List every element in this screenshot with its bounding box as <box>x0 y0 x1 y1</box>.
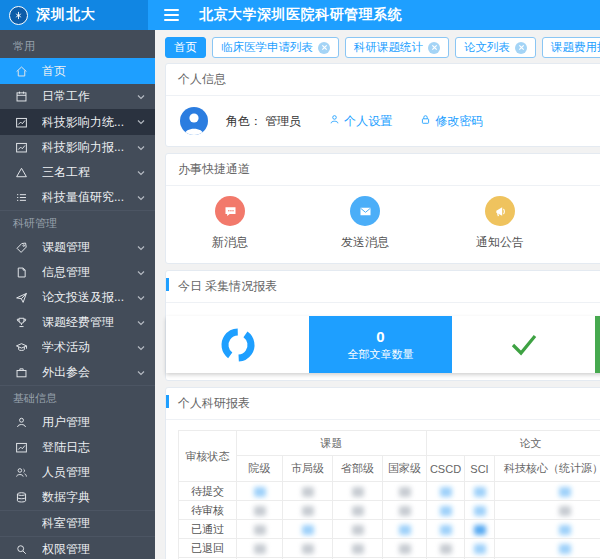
table-cell <box>495 482 600 501</box>
blurred-value[interactable] <box>399 525 411 535</box>
person-icon <box>329 114 340 128</box>
avatar <box>180 107 208 135</box>
research-report-card: 个人科研报表 审核状态 课题论文 院级市局级省部级国家级CSCDSCI科技核心（… <box>165 387 600 559</box>
triangle-icon <box>13 165 29 181</box>
sidebar-item[interactable]: 信息管理 <box>0 260 155 285</box>
sidebar-section-label: 科研管理 <box>0 211 155 235</box>
tab[interactable]: 临床医学申请列表 <box>212 37 339 58</box>
sidebar-item-label: 科技影响力报... <box>42 139 124 156</box>
page-title: 北京大学深圳医院科研管理系统 <box>199 6 402 24</box>
sidebar-item[interactable]: 外出参会 <box>0 360 155 385</box>
sidebar-item[interactable]: 登陆日志 <box>0 435 155 460</box>
sidebar-item[interactable]: 首页 <box>0 58 155 84</box>
quick-item[interactable]: 新消息 <box>170 196 290 251</box>
table-cell <box>495 520 600 539</box>
sidebar-item-label: 首页 <box>42 63 66 80</box>
close-icon[interactable] <box>318 42 330 54</box>
blurred-value[interactable] <box>474 525 486 535</box>
blurred-value[interactable] <box>440 487 452 497</box>
blurred-value[interactable] <box>559 544 571 554</box>
blurred-value[interactable] <box>474 544 486 554</box>
send-icon <box>13 290 29 306</box>
blurred-value <box>352 544 364 554</box>
today-report-body: 0 全部文章数量 <box>166 316 600 373</box>
blurred-value[interactable] <box>440 506 452 516</box>
table-group-header: 论文 <box>427 431 600 456</box>
sidebar-item-label: 日常工作 <box>42 88 90 105</box>
table-cell <box>333 482 383 501</box>
profile-card-title: 个人信息 <box>178 72 226 86</box>
profile-card-body: 角色： 管理员 个人设置 修改密码 <box>166 96 600 146</box>
chart-icon <box>13 440 29 456</box>
menu-toggle-icon[interactable] <box>164 9 179 21</box>
close-icon[interactable] <box>515 42 527 54</box>
table-column-header: 科技核心（统计源）期刊 <box>495 456 600 482</box>
top-bar: 深圳北大 北京大学深圳医院科研管理系统 <box>0 0 600 30</box>
sidebar-item[interactable]: 论文投送及报... <box>0 285 155 310</box>
quick-item[interactable]: 发送消息 <box>305 196 425 251</box>
blurred-value[interactable] <box>254 487 266 497</box>
cap-icon <box>13 340 29 356</box>
sidebar-item[interactable]: 用户管理 <box>0 410 155 435</box>
blurred-value[interactable] <box>474 487 486 497</box>
blurred-value[interactable] <box>440 525 452 535</box>
chevron-down-icon <box>137 370 145 376</box>
sidebar-section-label: 常用 <box>0 34 155 58</box>
change-password-link[interactable]: 修改密码 <box>420 113 483 130</box>
close-icon[interactable] <box>428 42 440 54</box>
sidebar-item[interactable]: 科技量值研究... <box>0 185 155 210</box>
quick-item-label: 新消息 <box>170 234 290 251</box>
blurred-value[interactable] <box>474 506 486 516</box>
sidebar-item-label: 登陆日志 <box>42 439 90 456</box>
sidebar-item[interactable]: 科技影响力统... <box>0 109 155 135</box>
row-label: 已通过 <box>179 520 237 539</box>
blurred-value[interactable] <box>559 487 571 497</box>
blurred-value[interactable] <box>302 525 314 535</box>
sidebar-item[interactable]: 课题管理 <box>0 235 155 260</box>
blurred-value <box>352 487 364 497</box>
tab[interactable]: 科研课题统计 <box>345 37 449 58</box>
blurred-value <box>254 506 266 516</box>
list-icon <box>13 190 29 206</box>
sidebar: 常用 首页 日常工作 科技影响力统... 科技影响力报... <box>0 30 155 559</box>
sidebar-item[interactable]: 三名工程 <box>0 160 155 185</box>
sidebar-item[interactable]: 科室管理 <box>0 510 155 536</box>
sidebar-item[interactable]: 数据字典 <box>0 485 155 510</box>
table-row: 待提交 <box>179 482 600 501</box>
blurred-value <box>352 525 364 535</box>
table-cell <box>237 501 283 520</box>
blurred-value[interactable] <box>559 525 571 535</box>
tab[interactable]: 论文列表 <box>455 37 536 58</box>
sidebar-item[interactable]: 学术活动 <box>0 335 155 360</box>
tab[interactable]: 首页 <box>165 37 206 58</box>
table-cell <box>237 520 283 539</box>
sidebar-item-label: 课题管理 <box>42 239 90 256</box>
stat-value: 0 <box>376 328 384 345</box>
main-content: 首页 临床医学申请列表 科研课题统计 论文列表 课题费用报表 用户列表 个人信息… <box>155 30 600 559</box>
tab[interactable]: 课题费用报表 <box>542 37 600 58</box>
quick-access-body: 新消息 发送消息 通知公告 <box>166 186 600 263</box>
sidebar-item[interactable]: 科技影响力报... <box>0 135 155 160</box>
personal-settings-link[interactable]: 个人设置 <box>329 113 392 130</box>
users-icon <box>13 465 29 481</box>
stat-tile-green <box>595 316 600 373</box>
tab-bar: 首页 临床医学申请列表 科研课题统计 论文列表 课题费用报表 用户列表 <box>165 30 600 63</box>
sidebar-item[interactable]: 人员管理 <box>0 460 155 485</box>
table-row: 已通过 <box>179 520 600 539</box>
table-cell <box>283 482 333 501</box>
table-cell <box>237 539 283 558</box>
quick-item[interactable]: 通知公告 <box>440 196 560 251</box>
stat-tile-check <box>452 316 595 373</box>
tab-label: 课题费用报表 <box>551 40 600 55</box>
sidebar-item[interactable]: 权限管理 <box>0 536 155 559</box>
sidebar-item[interactable]: 课题经费管理 <box>0 310 155 335</box>
table-cell <box>465 482 495 501</box>
blurred-value <box>302 544 314 554</box>
table-cell <box>383 482 427 501</box>
quick-access-header: 办事快捷通道 <box>166 154 600 186</box>
row-label: 已退回 <box>179 539 237 558</box>
hospital-logo-icon <box>9 6 28 25</box>
sidebar-item-label: 人员管理 <box>42 464 90 481</box>
sidebar-item[interactable]: 日常工作 <box>0 84 155 109</box>
sidebar-item-label: 用户管理 <box>42 414 90 431</box>
